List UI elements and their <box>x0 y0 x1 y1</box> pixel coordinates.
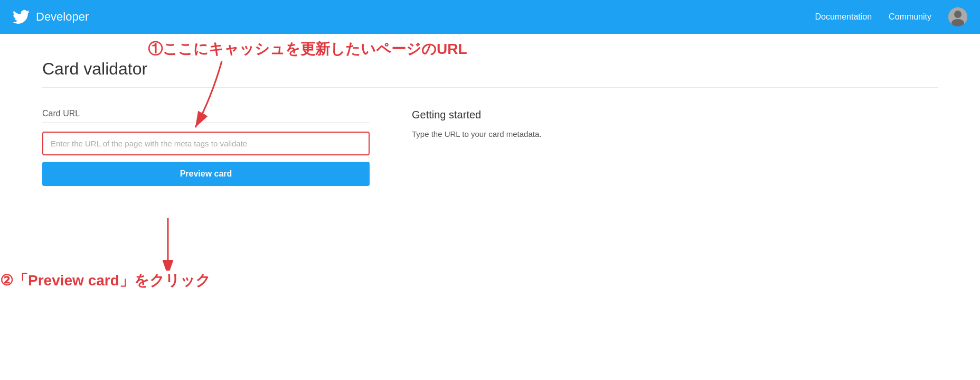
page-title: Card validator <box>42 59 938 79</box>
field-label: Card URL <box>42 109 370 118</box>
header: Developer Documentation Community <box>0 0 980 34</box>
header-title: Developer <box>36 10 89 24</box>
preview-card-button[interactable]: Preview card <box>42 162 370 186</box>
arrow-2-svg <box>163 218 173 271</box>
getting-started-text: Type the URL to your card metadata. <box>412 129 938 138</box>
svg-point-1 <box>954 11 962 18</box>
field-divider <box>42 123 370 123</box>
annotation-1-text: ①ここにキャッシュを更新したいページのURL <box>148 39 467 59</box>
user-avatar[interactable] <box>948 7 967 26</box>
getting-started-title: Getting started <box>412 109 938 121</box>
header-right: Documentation Community <box>815 7 967 26</box>
header-left: Developer <box>13 8 89 25</box>
main-content: Card validator Card URL Preview card Get… <box>0 34 980 211</box>
twitter-logo-icon <box>13 8 30 25</box>
community-link[interactable]: Community <box>889 12 931 22</box>
annotation-2-text: ②「Preview card」をクリック <box>0 271 211 291</box>
avatar-image <box>948 7 967 26</box>
annotation-1-group: ①ここにキャッシュを更新したいページのURL <box>148 39 467 59</box>
title-divider <box>42 87 938 88</box>
card-url-input[interactable] <box>42 132 370 155</box>
left-column: Card URL Preview card <box>42 109 370 186</box>
documentation-link[interactable]: Documentation <box>815 12 872 22</box>
annotation-2-group: ②「Preview card」をクリック <box>0 271 211 291</box>
content-grid: Card URL Preview card Getting started Ty… <box>42 109 938 186</box>
right-column: Getting started Type the URL to your car… <box>412 109 938 186</box>
